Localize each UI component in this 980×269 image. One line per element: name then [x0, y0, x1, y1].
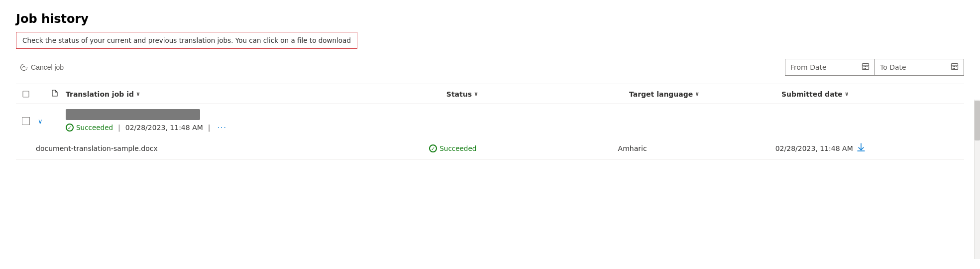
calendar-icon-to — [951, 62, 959, 72]
child-submitted-date: 02/28/2023, 11:48 AM — [775, 144, 853, 152]
svg-rect-11 — [954, 68, 955, 69]
status-divider: | — [118, 124, 120, 132]
child-target-col: Amharic — [618, 144, 775, 152]
target-lang-sort-icon: ∨ — [695, 91, 699, 97]
parent-status-succeeded: ✓ Succeeded — [66, 124, 113, 132]
toolbar: Cancel job From Date — [16, 59, 964, 80]
scrollbar[interactable] — [974, 100, 980, 259]
parent-status-date: 02/28/2023, 11:48 AM — [125, 124, 203, 132]
submitted-sort-icon: ∨ — [845, 91, 849, 97]
status-sort-icon: ∨ — [474, 91, 478, 97]
header-job-id[interactable]: Translation job id ∨ — [66, 90, 446, 98]
header-status[interactable]: Status ∨ — [446, 90, 629, 98]
col-job-id-label: Translation job id — [66, 90, 134, 98]
expand-button[interactable]: ∨ — [36, 117, 45, 126]
header-target-lang[interactable]: Target language ∨ — [629, 90, 781, 98]
child-status-text: Succeeded — [439, 144, 476, 152]
cancel-job-label: Cancel job — [31, 63, 64, 71]
svg-rect-12 — [23, 91, 29, 97]
child-submitted-col: 02/28/2023, 11:48 AM — [775, 143, 964, 154]
status-check-icon: ✓ — [66, 124, 74, 132]
redacted-job-id — [66, 109, 200, 120]
parent-status-row: ✓ Succeeded | 02/28/2023, 11:48 AM | ··· — [66, 122, 229, 133]
col-target-lang-label: Target language — [629, 90, 693, 98]
table-row-parent: ∨ ✓ Succeeded | 02/28/2023, 11:48 AM | ·… — [16, 104, 964, 138]
to-date-input[interactable]: To Date — [874, 59, 964, 76]
from-date-input[interactable]: From Date — [785, 59, 874, 76]
child-status-succeeded: ✓ Succeeded — [429, 144, 618, 152]
row-checkbox[interactable] — [22, 117, 30, 125]
child-status-col: ✓ Succeeded — [429, 144, 618, 152]
table-header: Translation job id ∨ Status ∨ Target lan… — [16, 84, 964, 104]
table-row-child: document-translation-sample.docx ✓ Succe… — [16, 138, 964, 159]
svg-rect-7 — [953, 66, 954, 67]
row-group-1: ∨ ✓ Succeeded | 02/28/2023, 11:48 AM | ·… — [16, 104, 964, 159]
calendar-icon-from — [862, 62, 870, 72]
svg-rect-4 — [864, 68, 865, 69]
svg-rect-10 — [953, 68, 954, 69]
child-status-check-icon: ✓ — [429, 144, 437, 152]
from-date-label: From Date — [790, 63, 858, 71]
svg-rect-1 — [864, 66, 865, 67]
svg-rect-2 — [865, 66, 866, 67]
col-status-label: Status — [446, 90, 472, 98]
info-text: Check the status of your current and pre… — [22, 36, 351, 44]
more-options-button[interactable]: ··· — [216, 122, 229, 133]
child-target-language: Amharic — [618, 144, 647, 152]
info-box: Check the status of your current and pre… — [16, 32, 357, 49]
col-submitted-label: Submitted date — [781, 90, 843, 98]
job-id-content: ✓ Succeeded | 02/28/2023, 11:48 AM | ··· — [66, 109, 229, 133]
cancel-icon — [20, 63, 28, 71]
svg-rect-3 — [867, 66, 868, 67]
child-doc-name-col: document-translation-sample.docx — [36, 144, 429, 152]
svg-rect-5 — [865, 68, 866, 69]
header-check-col — [16, 91, 36, 98]
svg-rect-8 — [954, 66, 955, 67]
cancel-job-button[interactable]: Cancel job — [16, 61, 68, 73]
svg-rect-9 — [956, 66, 957, 67]
row-job-id: ✓ Succeeded | 02/28/2023, 11:48 AM | ··· — [66, 109, 446, 133]
row-expand-col: ∨ — [36, 117, 51, 126]
header-submitted-date[interactable]: Submitted date ∨ — [781, 90, 964, 98]
header-doc-icon-col — [51, 89, 66, 99]
job-id-sort-icon: ∨ — [136, 91, 140, 97]
download-icon[interactable] — [857, 143, 865, 154]
status-divider-2: | — [208, 124, 211, 132]
parent-status-text: Succeeded — [76, 124, 113, 132]
scrollbar-thumb[interactable] — [975, 101, 980, 140]
date-filters: From Date To Date — [785, 59, 964, 76]
to-date-label: To Date — [880, 63, 947, 71]
row-checkbox-col — [16, 117, 36, 125]
child-doc-name: document-translation-sample.docx — [36, 144, 158, 152]
page-title: Job history — [16, 12, 964, 26]
